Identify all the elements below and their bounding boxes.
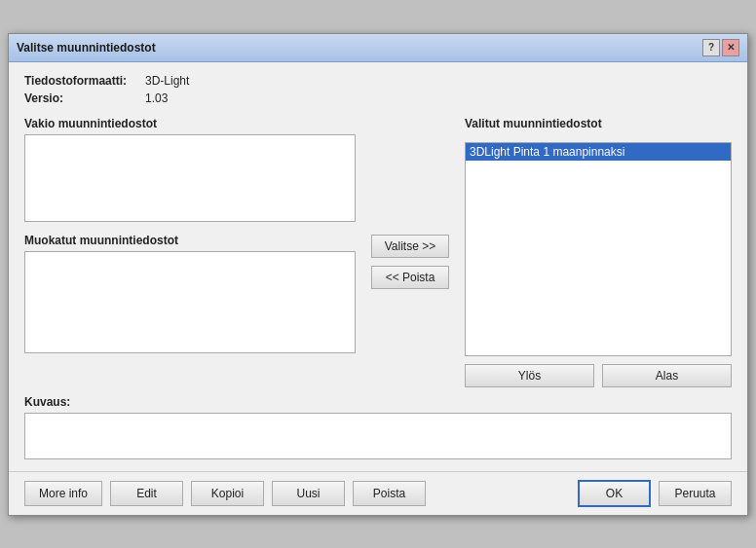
version-label: Versio: <box>24 91 141 105</box>
valitut-label: Valitut muunnintiedostot <box>465 117 732 130</box>
center-panel: Valitse >> << Poista <box>371 117 449 387</box>
peruuta-button[interactable]: Peruuta <box>659 481 732 506</box>
kuvaus-area <box>24 413 732 459</box>
valitut-listbox[interactable]: 3DLight Pinta 1 maanpinnaksi <box>465 142 732 356</box>
poista-center-button[interactable]: << Poista <box>371 266 449 289</box>
left-panel: Vakio muunnintiedostot Muokatut muunnint… <box>24 117 356 387</box>
close-button[interactable]: ✕ <box>722 39 739 56</box>
bottom-bar: More info Edit Kopioi Uusi Poista OK Per… <box>9 471 747 515</box>
ok-button[interactable]: OK <box>578 480 651 507</box>
kuvaus-label: Kuvaus: <box>24 395 732 409</box>
version-value: 1.03 <box>145 91 168 105</box>
format-value: 3D-Light <box>145 74 189 88</box>
valitse-button[interactable]: Valitse >> <box>371 235 449 258</box>
vakio-label: Vakio muunnintiedostot <box>24 117 356 130</box>
vakio-section: Vakio muunnintiedostot <box>24 117 356 222</box>
main-window: Valitse muunnintiedostot ? ✕ Tiedostofor… <box>8 33 748 516</box>
title-controls: ? ✕ <box>702 39 739 56</box>
more-info-button[interactable]: More info <box>24 481 102 506</box>
muokatut-listbox[interactable] <box>24 251 356 353</box>
ylos-button[interactable]: Ylös <box>465 364 594 387</box>
poista-bottom-button[interactable]: Poista <box>353 481 426 506</box>
kuvaus-section: Kuvaus: <box>24 395 732 459</box>
window-title: Valitse muunnintiedostot <box>17 41 156 55</box>
main-area: Vakio muunnintiedostot Muokatut muunnint… <box>24 117 732 387</box>
muokatut-label: Muokatut muunnintiedostot <box>24 234 356 247</box>
content-area: Tiedostoformaatti: 3D-Light Versio: 1.03… <box>9 62 747 471</box>
edit-button[interactable]: Edit <box>110 481 183 506</box>
kopioi-button[interactable]: Kopioi <box>191 481 264 506</box>
format-label: Tiedostoformaatti: <box>24 74 141 88</box>
right-panel: Valitut muunnintiedostot 3DLight Pinta 1… <box>465 117 732 387</box>
uusi-button[interactable]: Uusi <box>272 481 345 506</box>
selected-item[interactable]: 3DLight Pinta 1 maanpinnaksi <box>466 143 731 161</box>
alas-button[interactable]: Alas <box>602 364 732 387</box>
muokatut-section: Muokatut muunnintiedostot <box>24 234 356 353</box>
title-bar: Valitse muunnintiedostot ? ✕ <box>9 34 747 62</box>
version-row: Versio: 1.03 <box>24 91 732 105</box>
vakio-listbox[interactable] <box>24 134 356 222</box>
ud-buttons: Ylös Alas <box>465 364 732 387</box>
help-button[interactable]: ? <box>702 39 720 56</box>
format-row: Tiedostoformaatti: 3D-Light <box>24 74 732 88</box>
